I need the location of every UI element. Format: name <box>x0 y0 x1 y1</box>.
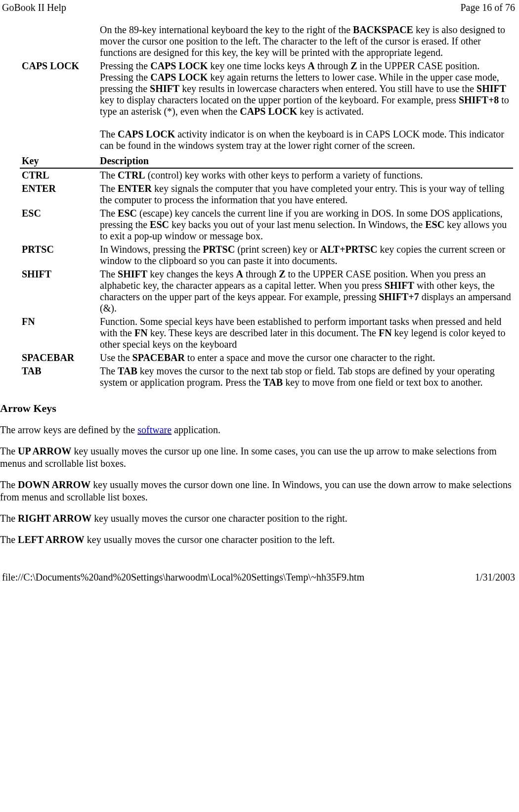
esc-label: ESC <box>20 207 98 243</box>
row-capslock: CAPS LOCK Pressing the CAPS LOCK key one… <box>20 59 513 152</box>
row-prtsc: PRTSC In Windows, pressing the PRTSC (pr… <box>20 243 513 268</box>
spacebar-description: Use the SPACEBAR to enter a space and mo… <box>98 351 513 364</box>
tab-description: The TAB key moves the cursor to the next… <box>98 364 513 389</box>
page-footer: file://C:\Documents%20and%20Settings\har… <box>0 570 519 585</box>
fn-description: Function. Some special keys have been es… <box>98 315 513 351</box>
row-backspace-continuation: On the 89-key international keyboard the… <box>20 23 513 59</box>
row-esc: ESC The ESC (escape) key cancels the cur… <box>20 207 513 243</box>
backspace-description: On the 89-key international keyboard the… <box>98 23 513 59</box>
header-page-number: Page 16 of 76 <box>460 2 515 13</box>
row-shift: SHIFT The SHIFT key changes the keys A t… <box>20 268 513 315</box>
row-fn: FN Function. Some special keys have been… <box>20 315 513 351</box>
row-enter: ENTER The ENTER key signals the computer… <box>20 182 513 207</box>
page-content: On the 89-key international keyboard the… <box>0 13 519 546</box>
header-description: Description <box>98 152 513 168</box>
enter-description: The ENTER key signals the computer that … <box>98 182 513 207</box>
arrow-keys-heading: Arrow Keys <box>0 402 513 415</box>
page-header: GoBook II Help Page 16 of 76 <box>0 0 519 13</box>
footer-path: file://C:\Documents%20and%20Settings\har… <box>2 572 364 583</box>
esc-description: The ESC (escape) key cancels the current… <box>98 207 513 243</box>
capslock-label: CAPS LOCK <box>20 59 98 152</box>
left-arrow-paragraph: The LEFT ARROW key usually moves the cur… <box>0 534 513 546</box>
enter-label: ENTER <box>20 182 98 207</box>
shift-label: SHIFT <box>20 268 98 315</box>
row-tab: TAB The TAB key moves the cursor to the … <box>20 364 513 389</box>
spacebar-label: SPACEBAR <box>20 351 98 364</box>
ctrl-description: The CTRL (control) key works with other … <box>98 168 513 182</box>
key-description-table-intro: On the 89-key international keyboard the… <box>20 23 513 389</box>
prtsc-label: PRTSC <box>20 243 98 268</box>
prtsc-description: In Windows, pressing the PRTSC (print sc… <box>98 243 513 268</box>
down-arrow-paragraph: The DOWN ARROW key usually moves the cur… <box>0 479 513 503</box>
row-spacebar: SPACEBAR Use the SPACEBAR to enter a spa… <box>20 351 513 364</box>
tab-label: TAB <box>20 364 98 389</box>
header-title: GoBook II Help <box>2 2 66 13</box>
header-key: Key <box>20 152 98 168</box>
fn-label: FN <box>20 315 98 351</box>
arrow-intro-paragraph: The arrow keys are defined by the softwa… <box>0 424 513 436</box>
footer-date: 1/31/2003 <box>475 572 515 583</box>
up-arrow-paragraph: The UP ARROW key usually moves the curso… <box>0 445 513 470</box>
row-ctrl: CTRL The CTRL (control) key works with o… <box>20 168 513 182</box>
software-link[interactable]: software <box>137 424 172 435</box>
shift-description: The SHIFT key changes the keys A through… <box>98 268 513 315</box>
ctrl-label: CTRL <box>20 168 98 182</box>
table-header-row: Key Description <box>20 152 513 168</box>
right-arrow-paragraph: The RIGHT ARROW key usually moves the cu… <box>0 512 513 525</box>
capslock-description: Pressing the CAPS LOCK key one time lock… <box>98 59 513 152</box>
